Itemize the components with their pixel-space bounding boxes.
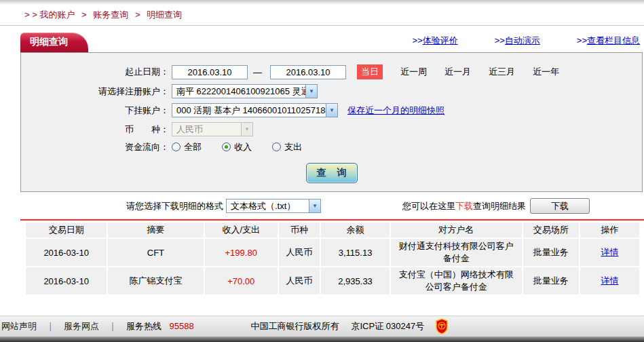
- chevron-down-icon: ▼: [241, 123, 252, 136]
- date-to-input[interactable]: [270, 65, 346, 79]
- sub-account-row: 下挂账户： 000 活期 基本户 1406600101102571848 ▼ 保…: [21, 103, 642, 117]
- query-button[interactable]: 查 询: [306, 163, 358, 183]
- detail-link[interactable]: 详情: [601, 247, 618, 257]
- cell-balance: 2,935.33: [321, 267, 390, 294]
- link-experience-review[interactable]: >>体验评价: [412, 35, 457, 47]
- link-label: 查看栏目信息: [587, 35, 640, 45]
- footer-link-statement[interactable]: 网站声明: [1, 321, 37, 331]
- range-quarter-button[interactable]: 近三月: [489, 66, 515, 78]
- cell-currency: 人民币: [279, 267, 320, 294]
- cell-action: 详情: [580, 267, 639, 294]
- cell-date: 2016-03-10: [26, 267, 107, 294]
- register-account-select[interactable]: 南平 6222001406100921065 灵通卡 ▼: [172, 84, 318, 98]
- download-format-label: 请您选择下载明细的格式: [126, 200, 223, 212]
- red-divider: [20, 219, 644, 221]
- register-account-value: 南平 6222001406100921065 灵通卡: [172, 86, 305, 98]
- date-separator: —: [253, 67, 262, 77]
- download-hint-link[interactable]: 下载: [455, 200, 473, 212]
- download-format-select[interactable]: 文本格式（.txt） ▼: [226, 199, 321, 213]
- detail-link[interactable]: 详情: [601, 276, 618, 286]
- breadcrumb-item-my-account[interactable]: 我的账户: [39, 10, 75, 20]
- footer-separator: ｜: [46, 321, 55, 331]
- breadcrumb-separator: >: [135, 10, 140, 20]
- col-header-counterparty: 对方户名: [391, 223, 521, 238]
- link-auto-demo[interactable]: >>自动演示: [495, 35, 540, 47]
- footer-copyright-group: 中国工商银行版权所有 京ICP证 030247号: [250, 318, 449, 335]
- footer-bottom-strip: [0, 337, 644, 342]
- radio-flow-expense-label: 支出: [284, 142, 302, 152]
- cell-counterparty: 财付通支付科技有限公司客户备付金: [391, 239, 521, 266]
- col-header-summary: 摘要: [108, 223, 203, 238]
- table-header-row: 交易日期 摘要 收入/支出 币种 余额 对方户名 交易场所 操作: [26, 223, 639, 238]
- link-view-column-info[interactable]: >>查看栏目信息: [577, 35, 640, 47]
- flow-row: 资金流向： 全部 收入 支出: [21, 141, 642, 153]
- cell-action: 详情: [580, 239, 639, 266]
- cell-venue: 批量业务: [523, 267, 579, 294]
- save-snapshot-link[interactable]: 保存近一个月的明细快照: [347, 104, 444, 117]
- table-row: 2016-03-10 陈广锦支付宝 +70.00 人民币 2,935.33 支付…: [26, 267, 639, 294]
- radio-icon[interactable]: [272, 142, 281, 151]
- date-range-row: 起止日期： — 当日 近一周 近一月 近三月 近一年: [21, 64, 642, 79]
- footer-copyright: 中国工商银行版权所有: [250, 320, 339, 332]
- download-format-value: 文本格式（.txt）: [227, 200, 299, 212]
- date-range-label: 起止日期：: [21, 66, 169, 78]
- radio-flow-expense[interactable]: 支出: [272, 141, 302, 153]
- flow-label: 资金流向：: [21, 141, 169, 153]
- download-hint-suffix: 查询明细结果: [473, 200, 526, 212]
- col-header-balance: 余额: [321, 223, 390, 238]
- col-header-date: 交易日期: [26, 223, 107, 238]
- col-header-venue: 交易场所: [523, 223, 579, 238]
- cell-balance: 3,115.13: [321, 239, 390, 266]
- footer-separator: ｜: [109, 321, 117, 331]
- sub-account-value: 000 活期 基本户 1406600101102571848: [172, 104, 326, 117]
- footer: 网站声明 ｜ 服务网点 ｜ 服务热线 95588 中国工商银行版权所有 京ICP…: [0, 316, 644, 342]
- col-header-amount: 收入/支出: [205, 223, 278, 238]
- cell-summary: 陈广锦支付宝: [108, 267, 203, 294]
- download-row: 请您选择下载明细的格式 文本格式（.txt） ▼ 您可以在这里下载查询明细结果 …: [20, 198, 644, 214]
- query-form-panel: 起止日期： — 当日 近一周 近一月 近三月 近一年 请选择注册账户： 南平 6…: [20, 52, 643, 192]
- range-today-button[interactable]: 当日: [357, 64, 383, 79]
- col-header-currency: 币种: [279, 223, 320, 238]
- chevron-down-icon: ▼: [326, 104, 337, 117]
- currency-label: 币 种：: [21, 124, 169, 136]
- cell-counterparty: 支付宝（中国）网络技术有限公司客户备付金: [391, 267, 521, 294]
- register-account-label: 请选择注册账户：: [21, 86, 169, 98]
- page: > > 我的账户 > 账务查询 > 明细查询 明细查询 >>体验评价 >>自动演…: [0, 0, 644, 342]
- radio-icon[interactable]: [172, 142, 181, 151]
- download-hint-group: 您可以在这里下载查询明细结果 下载: [402, 198, 590, 214]
- results-table: 交易日期 摘要 收入/支出 币种 余额 对方户名 交易场所 操作 2016-03…: [24, 221, 641, 296]
- cell-currency: 人民币: [279, 239, 320, 266]
- query-button-wrap: 查 询: [21, 163, 642, 183]
- chevron-down-icon: ▼: [309, 200, 320, 212]
- currency-value: 人民币: [172, 124, 207, 136]
- security-badge-icon: [435, 318, 449, 335]
- cell-amount: +70.00: [205, 267, 278, 294]
- link-prefix: >>: [495, 35, 505, 45]
- range-year-button[interactable]: 近一年: [533, 66, 559, 78]
- radio-flow-all-label: 全部: [184, 142, 202, 152]
- currency-row: 币 种： 人民币 ▼: [21, 122, 642, 136]
- footer-link-branches[interactable]: 服务网点: [64, 321, 99, 331]
- radio-flow-income[interactable]: 收入: [222, 141, 252, 153]
- link-label: 自动演示: [505, 35, 540, 45]
- register-account-row: 请选择注册账户： 南平 6222001406100921065 灵通卡 ▼: [21, 84, 642, 98]
- top-shade: [0, 0, 644, 5]
- tab-detail-query[interactable]: 明细查询: [20, 33, 88, 52]
- breadcrumb-item-detail-query[interactable]: 明细查询: [147, 10, 182, 20]
- range-week-button[interactable]: 近一周: [400, 66, 427, 78]
- download-format-group: 请您选择下载明细的格式 文本格式（.txt） ▼: [126, 199, 321, 213]
- chevron-down-icon: ▼: [305, 85, 317, 98]
- download-button[interactable]: 下载: [530, 198, 590, 214]
- footer-links: 网站声明 ｜ 服务网点 ｜ 服务热线 95588: [1, 320, 194, 332]
- range-month-button[interactable]: 近一月: [444, 66, 471, 78]
- tab-row: 明细查询 >>体验评价 >>自动演示 >>查看栏目信息: [20, 33, 643, 52]
- footer-bar: 网站声明 ｜ 服务网点 ｜ 服务热线 95588 中国工商银行版权所有 京ICP…: [0, 316, 644, 337]
- breadcrumb-prefix: > >: [24, 10, 37, 20]
- col-header-action: 操作: [580, 223, 639, 238]
- breadcrumb-item-account-query[interactable]: 账务查询: [93, 10, 128, 20]
- radio-checked-icon[interactable]: [222, 142, 231, 151]
- download-hint-prefix: 您可以在这里: [402, 200, 455, 212]
- sub-account-select[interactable]: 000 活期 基本户 1406600101102571848 ▼: [172, 103, 338, 117]
- date-from-input[interactable]: [172, 65, 248, 79]
- radio-flow-all[interactable]: 全部: [172, 141, 202, 153]
